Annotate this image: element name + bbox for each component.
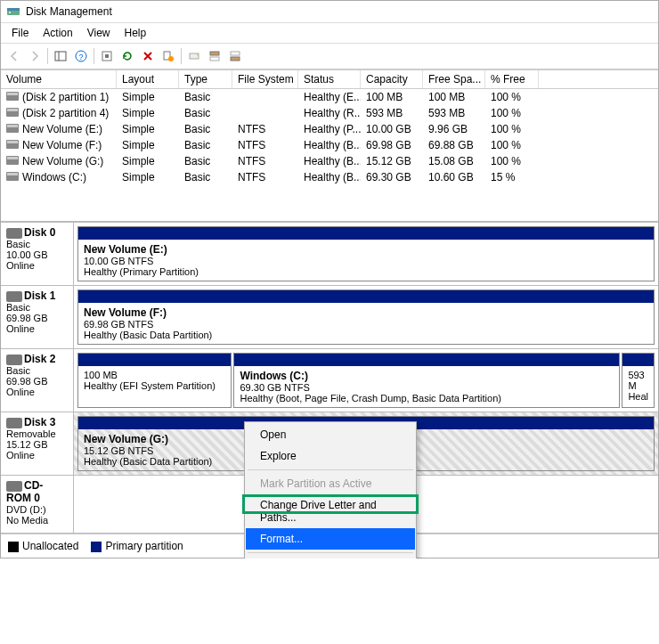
legend-unallocated: Unallocated <box>8 540 78 552</box>
cell: NTFS <box>232 138 298 152</box>
delete-icon[interactable] <box>138 46 158 66</box>
volume-icon <box>6 140 19 149</box>
cell: Basic <box>179 170 232 184</box>
context-explore[interactable]: Explore <box>246 445 415 467</box>
partition-color-bar <box>78 227 654 240</box>
menu-separator <box>248 552 413 553</box>
cell: Simple <box>117 122 179 136</box>
context-change-drive-letter-and-paths[interactable]: Change Drive Letter and Paths... <box>246 494 415 528</box>
cell: 69.88 GB <box>423 138 485 152</box>
cell: 100 % <box>485 122 539 136</box>
partition[interactable]: 100 MBHealthy (EFI System Partition) <box>77 353 232 408</box>
cell: Healthy (E... <box>298 90 361 104</box>
cell: Healthy (P... <box>298 122 361 136</box>
column-header[interactable]: Capacity <box>361 70 423 88</box>
disk-icon <box>6 291 22 302</box>
partition-info: New Volume (F:)69.98 GB NTFSHealthy (Bas… <box>78 303 654 344</box>
properties-icon[interactable] <box>159 46 178 66</box>
menu-view[interactable]: View <box>80 25 118 41</box>
menu-separator <box>248 469 413 470</box>
disk-icon <box>6 418 22 428</box>
disk-row: Disk 1Basic69.98 GBOnlineNew Volume (F:)… <box>1 286 658 349</box>
disk-label[interactable]: Disk 3Removable15.12 GBOnline <box>1 412 74 475</box>
menu-help[interactable]: Help <box>118 25 154 41</box>
back-button[interactable] <box>4 46 24 66</box>
volume-row[interactable]: New Volume (E:)SimpleBasicNTFSHealthy (P… <box>1 121 658 137</box>
cell: (Disk 2 partition 4) <box>1 106 117 120</box>
svg-text:?: ? <box>78 53 83 61</box>
help-button[interactable]: ? <box>71 46 91 66</box>
cell: NTFS <box>232 170 298 184</box>
cell: 100 % <box>485 106 539 120</box>
volume-row[interactable]: (Disk 2 partition 1)SimpleBasicHealthy (… <box>1 89 658 105</box>
title-bar: Disk Management <box>1 1 658 23</box>
disk-label[interactable]: Disk 0Basic10.00 GBOnline <box>1 223 74 285</box>
volume-icon <box>6 108 19 117</box>
svg-rect-15 <box>231 57 240 61</box>
context-open[interactable]: Open <box>246 424 415 445</box>
disk-partitions: New Volume (E:)10.00 GB NTFSHealthy (Pri… <box>74 223 658 285</box>
refresh-button[interactable] <box>118 46 137 66</box>
volume-icon <box>6 92 19 101</box>
volume-icon <box>6 156 19 165</box>
legend-unallocated-label: Unallocated <box>22 540 78 552</box>
column-header[interactable]: Status <box>298 70 361 88</box>
disk-label[interactable]: Disk 2Basic69.98 GBOnline <box>1 349 74 412</box>
disk-icon <box>6 355 22 365</box>
svg-rect-14 <box>231 52 240 55</box>
cell: 15.08 GB <box>423 154 485 168</box>
layout-top-icon[interactable] <box>205 46 224 66</box>
new-volume-icon[interactable] <box>184 46 204 66</box>
disk-label[interactable]: CD-ROM 0DVD (D:)No Media <box>1 476 74 533</box>
cell: 69.98 GB <box>361 138 423 152</box>
cell: New Volume (F:) <box>1 138 117 152</box>
volume-row[interactable]: New Volume (G:)SimpleBasicNTFSHealthy (B… <box>1 153 658 169</box>
menu-action[interactable]: Action <box>36 25 79 41</box>
column-header[interactable]: Free Spa... <box>423 70 485 88</box>
volume-icon <box>6 172 19 181</box>
partition[interactable]: New Volume (E:)10.00 GB NTFSHealthy (Pri… <box>77 226 655 281</box>
show-hide-button[interactable] <box>51 46 70 66</box>
toolbar-separator <box>94 48 94 64</box>
cell: NTFS <box>232 122 298 136</box>
toolbar: ? <box>1 44 658 69</box>
partition[interactable]: 593 MHeal <box>622 353 655 408</box>
svg-rect-8 <box>105 54 109 58</box>
cell: Healthy (B... <box>298 138 361 152</box>
context-format[interactable]: Format... <box>246 528 415 550</box>
disk-management-window: Disk Management FileActionViewHelp ? Vol… <box>0 0 659 558</box>
cell: Simple <box>117 90 179 104</box>
column-header[interactable]: Type <box>179 70 232 88</box>
cell: 9.96 GB <box>423 122 485 136</box>
svg-rect-3 <box>55 52 66 61</box>
disk-label[interactable]: Disk 1Basic69.98 GBOnline <box>1 286 74 348</box>
action-settings-button[interactable] <box>97 46 117 66</box>
partition-info: New Volume (E:)10.00 GB NTFSHealthy (Pri… <box>78 240 654 281</box>
partition-color-bar <box>622 354 654 366</box>
layout-bottom-icon[interactable] <box>225 46 245 66</box>
partition[interactable]: Windows (C:)69.30 GB NTFSHealthy (Boot, … <box>233 353 620 408</box>
cell: (Disk 2 partition 1) <box>1 90 117 104</box>
cdrom-icon <box>6 481 22 492</box>
forward-button[interactable] <box>25 46 45 66</box>
volume-row[interactable]: (Disk 2 partition 4)SimpleBasicHealthy (… <box>1 105 658 121</box>
context-mark-partition-as-active: Mark Partition as Active <box>246 473 415 494</box>
svg-point-10 <box>168 56 174 61</box>
column-header[interactable]: % Free <box>485 70 539 88</box>
column-header[interactable]: File System <box>232 70 298 88</box>
column-header[interactable]: Volume <box>1 70 117 88</box>
legend-primary: Primary partition <box>91 540 183 552</box>
svg-rect-1 <box>7 8 20 11</box>
volume-row[interactable]: Windows (C:)SimpleBasicNTFSHealthy (B...… <box>1 169 658 185</box>
cell: 10.60 GB <box>423 170 485 184</box>
toolbar-separator <box>47 48 48 64</box>
column-header[interactable]: Layout <box>117 70 179 88</box>
partition-color-bar <box>234 354 619 366</box>
window-title: Disk Management <box>26 5 112 18</box>
cell: 100 % <box>485 154 539 168</box>
partition[interactable]: New Volume (F:)69.98 GB NTFSHealthy (Bas… <box>77 289 655 345</box>
cell: Basic <box>179 154 232 168</box>
disk-icon <box>6 228 22 239</box>
menu-file[interactable]: File <box>4 25 36 41</box>
volume-row[interactable]: New Volume (F:)SimpleBasicNTFSHealthy (B… <box>1 137 658 153</box>
